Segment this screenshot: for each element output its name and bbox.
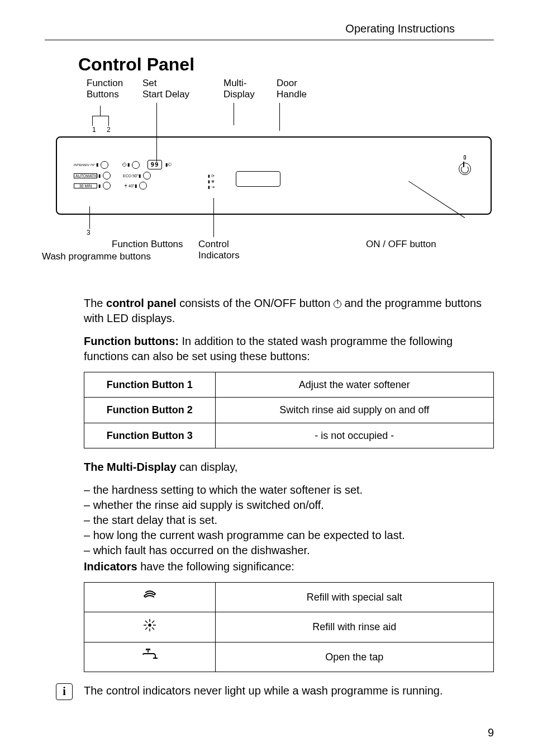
page-number: 9	[488, 726, 494, 739]
button-icon	[103, 182, 111, 190]
indicators-heading: Indicators have the following significan…	[84, 559, 494, 574]
info-section: i The control indicators never light up …	[84, 683, 494, 700]
diagram-line	[213, 198, 214, 237]
program-row-2: AUTOMATIC▮ ECO 50°▮	[74, 172, 219, 179]
button-icon	[143, 172, 151, 179]
button-icon	[139, 182, 147, 190]
func-btn-3-desc: - is not occupied -	[215, 423, 493, 448]
func-btn-2-label: Function Button 2	[84, 398, 216, 423]
diagram-line	[100, 106, 101, 116]
table-row: Refill with special salt	[84, 582, 494, 612]
table-row: Function Button 3 - is not occupied -	[84, 423, 494, 448]
onoff-led	[464, 155, 466, 159]
salt-desc: Refill with special salt	[215, 582, 493, 612]
rinse-desc: Refill with rinse aid	[215, 612, 493, 642]
label-door-handle: Door Handle	[277, 78, 307, 100]
label-control-indicators: Control Indicators	[198, 239, 240, 261]
table-row: Refill with rinse aid	[84, 612, 494, 642]
indicator-column: ▮ ⟳ ▮ ✻ ▮ ⇥	[208, 174, 215, 191]
rinse-aid-icon	[142, 618, 157, 632]
button-icon	[101, 161, 108, 169]
diagram-bracket	[92, 116, 109, 126]
list-item: – which fault has occurred on the dishwa…	[84, 543, 494, 558]
body-text: The control panel consists of the ON/OFF…	[84, 296, 494, 672]
svg-line-6	[152, 621, 154, 623]
svg-line-5	[152, 627, 154, 630]
func-btn-1-label: Function Button 1	[84, 372, 216, 398]
prog-30min-label: 30 MIN	[74, 183, 97, 188]
control-panel-diagram: Function Buttons Set Start Delay Multi- …	[56, 78, 494, 279]
label-multi-display: Multi- Display	[223, 78, 255, 100]
label-num3: 3	[87, 229, 91, 237]
svg-line-4	[145, 621, 147, 623]
prog-intensiv-label: INTENSIV 70°	[74, 163, 95, 167]
diagram-line	[234, 103, 234, 125]
func-btn-1-desc: Adjust the water softener	[215, 372, 493, 398]
table-row: Function Button 2 Switch rinse aid suppl…	[84, 398, 494, 423]
list-item: – whether the rinse aid supply is switch…	[84, 498, 494, 513]
page-header: Operating Instructions	[45, 0, 494, 40]
panel-controls: INTENSIV 70°▮ ⏲▮ 99 ▮⏲ AUTOMATIC▮ ECO 50…	[74, 160, 219, 192]
segment-display: 99	[147, 160, 161, 169]
prog-40-label: 40°	[129, 184, 135, 188]
table-row: Function Button 1 Adjust the water softe…	[84, 372, 494, 398]
paragraph-control-panel: The control panel consists of the ON/OFF…	[84, 296, 494, 326]
door-handle-slot	[236, 171, 280, 187]
label-function-buttons: Function Buttons	[87, 78, 123, 100]
svg-point-8	[149, 624, 151, 626]
button-icon	[132, 161, 140, 169]
program-row-3: 30 MIN▮ 🍷40°▮	[74, 182, 219, 190]
label-set-start-delay: Set Start Delay	[142, 78, 189, 100]
main-heading: Control Panel	[78, 54, 494, 75]
func-btn-3-label: Function Button 3	[84, 423, 216, 448]
salt-icon	[142, 588, 158, 602]
indicators-table: Refill with special salt Refill with rin…	[84, 582, 494, 672]
power-icon	[334, 300, 341, 308]
label-wash-programme-buttons: Wash programme buttons	[42, 251, 151, 262]
label-nums-1-2: 1 2	[92, 126, 115, 134]
rinse-icon-cell	[84, 612, 216, 642]
diagram-line	[279, 103, 280, 131]
program-row-1: INTENSIV 70°▮ ⏲▮ 99 ▮⏲	[74, 160, 219, 169]
salt-icon-cell	[84, 582, 216, 612]
page-content: Control Panel Function Buttons Set Start…	[0, 54, 533, 700]
diagram-line	[89, 206, 90, 229]
multi-display-heading: The Multi-Display can display,	[84, 460, 494, 475]
paragraph-function-buttons: Function buttons: In addition to the sta…	[84, 334, 494, 364]
label-function-buttons-bottom: Function Buttons	[112, 239, 183, 250]
tap-icon-cell	[84, 642, 216, 672]
list-item: – how long the current wash programme ca…	[84, 528, 494, 543]
list-item: – the start delay that is set.	[84, 513, 494, 528]
tap-icon	[141, 648, 159, 662]
label-onoff-button: ON / OFF button	[366, 239, 436, 250]
function-buttons-table: Function Button 1 Adjust the water softe…	[84, 372, 494, 448]
info-text: The control indicators never light up wh…	[84, 683, 443, 698]
svg-line-7	[145, 627, 147, 630]
tap-desc: Open the tap	[215, 642, 493, 672]
button-icon	[103, 172, 111, 179]
prog-eco-label: ECO 50°	[123, 174, 139, 178]
panel-outline: INTENSIV 70°▮ ⏲▮ 99 ▮⏲ AUTOMATIC▮ ECO 50…	[56, 136, 492, 215]
list-item: – the hardness setting to which the wate…	[84, 483, 494, 498]
table-row: Open the tap	[84, 642, 494, 672]
prog-automatic-label: AUTOMATIC	[74, 173, 97, 178]
func-btn-2-desc: Switch rinse aid supply on and off	[215, 398, 493, 423]
info-icon: i	[56, 683, 73, 700]
header-title: Operating Instructions	[345, 22, 455, 35]
onoff-button-icon	[459, 163, 471, 175]
